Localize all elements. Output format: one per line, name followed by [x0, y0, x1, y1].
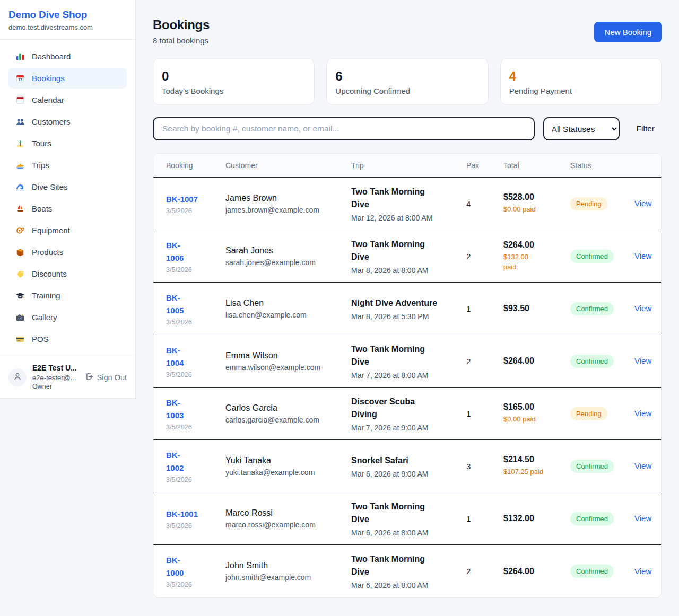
status-badge: Confirmed: [570, 250, 614, 263]
sidebar-item-trips[interactable]: Trips: [8, 155, 127, 175]
booking-date: 3/5/2026: [166, 207, 225, 215]
user-footer: E2E Test U... e2e-tester@... Owner Sign …: [0, 356, 135, 398]
sidebar-item-calendar[interactable]: Calendar: [8, 90, 127, 110]
status-badge: Confirmed: [570, 512, 614, 525]
sidebar-item-label: Customers: [32, 117, 71, 126]
booking-cell: BK- 1004 3/5/2026: [166, 344, 225, 379]
camera-icon: [15, 312, 25, 322]
user-email: e2e-tester@...: [32, 373, 77, 383]
sidebar-item-customers[interactable]: Customers: [8, 111, 127, 132]
table-row: BK- 1004 3/5/2026 Emma Wilson emma.wilso…: [153, 335, 661, 388]
sidebar-item-bookings[interactable]: 17 Bookings: [8, 68, 127, 89]
status-cell: Confirmed: [570, 250, 634, 263]
view-link[interactable]: View: [634, 409, 651, 418]
booking-date: 3/5/2026: [166, 424, 225, 431]
main-content: Bookings 8 total bookings New Booking 0 …: [136, 0, 679, 598]
pax-value: 4: [466, 199, 503, 208]
trip-cell: Snorkel Safari Mar 6, 2026 at 9:00 AM: [351, 454, 466, 478]
brand-link[interactable]: Demo Dive Shop: [8, 9, 127, 21]
status-badge: Confirmed: [570, 302, 614, 315]
booking-id-link[interactable]: BK- 1004: [166, 344, 225, 369]
sidebar-item-gallery[interactable]: Gallery: [8, 307, 127, 328]
dive-mask-icon: [15, 225, 25, 235]
sidebar-item-boats[interactable]: Boats: [8, 198, 127, 219]
col-header-trip: Trip: [351, 161, 466, 170]
trip-cell: Two Tank Morning Dive Mar 6, 2026 at 8:0…: [351, 553, 466, 589]
view-link[interactable]: View: [634, 304, 651, 313]
total-bookings-count: 8 total bookings: [153, 36, 210, 45]
trip-cell: Two Tank Morning Dive Mar 8, 2026 at 8:0…: [351, 238, 466, 275]
sign-out-label: Sign Out: [97, 373, 127, 382]
pax-value: 1: [466, 304, 503, 313]
booking-id-link[interactable]: BK-1007: [166, 193, 225, 206]
customer-name: Marco Rossi: [225, 508, 351, 518]
tag-icon: [15, 269, 25, 279]
booking-id-link[interactable]: BK- 1000: [166, 554, 225, 579]
stat-card: 0 Today's Bookings: [153, 58, 315, 105]
total-amount: $528.00: [503, 192, 570, 202]
new-booking-button[interactable]: New Booking: [594, 22, 662, 42]
view-link[interactable]: View: [634, 356, 651, 365]
booking-date: 3/5/2026: [166, 522, 225, 530]
col-header-pax: Pax: [466, 161, 503, 170]
trip-cell: Two Tank Morning Dive Mar 6, 2026 at 8:0…: [351, 500, 466, 537]
status-cell: Confirmed: [570, 355, 634, 368]
sidebar-item-dashboard[interactable]: Dashboard: [8, 46, 127, 67]
svg-text:17: 17: [18, 77, 22, 81]
sign-out-button[interactable]: Sign Out: [85, 372, 127, 383]
customer-email: carlos.garcia@example.com: [225, 416, 351, 424]
view-link[interactable]: View: [634, 461, 651, 470]
booking-date: 3/5/2026: [166, 319, 225, 326]
sidebar-item-products[interactable]: Products: [8, 242, 127, 262]
trip-cell: Two Tank Morning Dive Mar 12, 2026 at 8:…: [351, 186, 466, 222]
pax-value: 3: [466, 462, 503, 471]
total-amount: $132.00: [503, 514, 570, 523]
total-amount: $264.00: [503, 356, 570, 366]
status-cell: Pending: [570, 407, 634, 420]
customer-cell: Carlos Garcia carlos.garcia@example.com: [225, 403, 351, 424]
total-cell: $214.50 $107.25 paid: [503, 455, 570, 477]
stat-value: 0: [162, 69, 306, 84]
status-filter-select[interactable]: All Statuses: [543, 117, 620, 140]
person-icon: [13, 372, 22, 383]
status-cell: Pending: [570, 197, 634, 210]
table-row: BK-1007 3/5/2026 James Brown james.brown…: [153, 178, 661, 230]
filter-button[interactable]: Filter: [628, 124, 662, 134]
booking-id-link[interactable]: BK- 1003: [166, 397, 225, 422]
paid-amount: $132.00 paid: [503, 252, 570, 272]
trip-name: Two Tank Morning Dive: [351, 343, 466, 368]
booking-id-link[interactable]: BK-1001: [166, 508, 225, 521]
customer-cell: Lisa Chen lisa.chen@example.com: [225, 298, 351, 319]
customer-email: john.smith@example.com: [225, 573, 351, 582]
table-row: BK- 1006 3/5/2026 Sarah Jones sarah.jone…: [153, 230, 661, 283]
view-link[interactable]: View: [634, 514, 651, 523]
sidebar-item-equipment[interactable]: Equipment: [8, 220, 127, 241]
sidebar-item-dive-sites[interactable]: Dive Sites: [8, 177, 127, 197]
customer-email: james.brown@example.com: [225, 206, 351, 214]
status-cell: Confirmed: [570, 565, 634, 578]
search-input[interactable]: [153, 117, 535, 140]
stats-cards: 0 Today's Bookings 6 Upcoming Confirmed …: [153, 58, 662, 105]
sidebar-item-discounts[interactable]: Discounts: [8, 263, 127, 284]
customer-name: Sarah Jones: [225, 246, 351, 256]
status-cell: Confirmed: [570, 460, 634, 473]
view-link[interactable]: View: [634, 567, 651, 576]
booking-date: 3/5/2026: [166, 581, 225, 588]
pax-value: 2: [466, 567, 503, 576]
total-cell: $264.00 $132.00 paid: [503, 240, 570, 272]
sidebar-item-pos[interactable]: POS: [8, 329, 127, 349]
trip-name: Discover Scuba Diving: [351, 395, 466, 421]
customer-cell: Sarah Jones sarah.jones@example.com: [225, 246, 351, 267]
booking-id-link[interactable]: BK- 1006: [166, 239, 225, 265]
total-cell: $264.00: [503, 356, 570, 366]
sidebar-item-training[interactable]: Training: [8, 285, 127, 306]
view-link[interactable]: View: [634, 251, 651, 260]
trip-cell: Night Dive Adventure Mar 8, 2026 at 5:30…: [351, 297, 466, 321]
view-link[interactable]: View: [634, 199, 651, 208]
booking-id-link[interactable]: BK- 1005: [166, 292, 225, 317]
sidebar-item-tours[interactable]: Tours: [8, 133, 127, 154]
booking-id-link[interactable]: BK- 1002: [166, 449, 225, 474]
sidebar: Demo Dive Shop demo.test.divestreams.com…: [0, 0, 136, 399]
trip-date: Mar 7, 2026 at 8:00 AM: [351, 371, 466, 380]
table-row: BK-1001 3/5/2026 Marco Rossi marco.rossi…: [153, 492, 661, 545]
